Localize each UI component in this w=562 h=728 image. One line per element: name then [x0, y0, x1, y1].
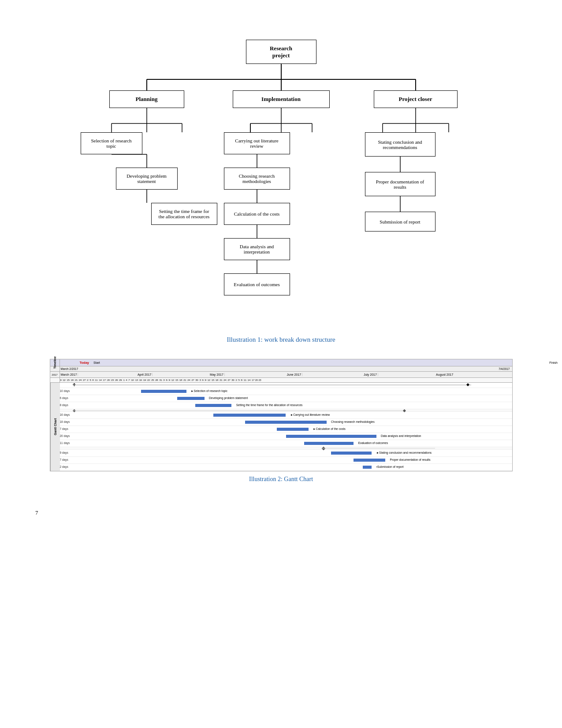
table-row: 7 days Proper documentation of results	[60, 457, 512, 464]
gantt-header-content: Today Start Finish	[60, 361, 512, 365]
table-row: 9 days ►Stating conclusion and recommend…	[60, 450, 512, 457]
table-row: 11 days Evaluation of outcomes	[60, 440, 512, 447]
gantt-bar	[331, 452, 372, 455]
month-july: July 2017	[363, 373, 378, 376]
wbs-l1-closer: Project closer	[374, 90, 458, 108]
wbs-closer-child-1: Stating conclusion and recommendations	[365, 132, 435, 157]
table-row: 6 days Developing problem statement	[60, 395, 512, 402]
table-row: 8 days Setting the time frame for the al…	[60, 402, 512, 409]
table-row: 16 days ►Carrying out literature review	[60, 412, 512, 419]
wbs-impl-child-2: Choosing research methodologies	[224, 168, 290, 190]
table-row: 10 days ►Selection of research topic	[60, 388, 512, 395]
wbs-planning-child-2: Developing problem statement	[116, 168, 178, 190]
start-date: March 2/2017	[61, 367, 78, 370]
gantt-bar	[354, 459, 385, 462]
finish-label: Finish	[549, 361, 558, 364]
table-row: 2 days ▪Submission of report	[60, 464, 512, 471]
wbs-planning-child-1: Selection of research topic	[81, 132, 142, 154]
gantt-rows: 10 days ►Selection of research topic 6 d…	[60, 383, 512, 471]
wbs-impl-child-1: Carrying out literature review	[224, 132, 290, 154]
gantt-bar	[277, 428, 309, 431]
gantt-body: Gantt Chart 10 days ►S	[50, 383, 512, 471]
table-row	[60, 383, 512, 388]
gantt-corner: Timeline	[50, 359, 60, 366]
gantt-bar	[304, 442, 354, 445]
month-april: April 2017	[137, 373, 153, 376]
wbs-l1-implementation: Implementation	[233, 90, 330, 108]
gantt-bar	[286, 435, 376, 438]
page-number: 7	[35, 509, 527, 516]
gantt-caption: Illustration 2: Gantt Chart	[39, 476, 524, 483]
month-march: March 2017	[60, 373, 78, 376]
wbs-root-node: Research project	[246, 40, 316, 64]
gantt-bar	[141, 390, 186, 393]
wbs-planning-child-3: Setting the time frame for the allocatio…	[151, 203, 217, 225]
start-label: Start	[93, 361, 100, 364]
wbs-caption: Illustration 1: work break down structur…	[227, 336, 335, 343]
wbs-impl-child-5: Evaluation of outcomes	[224, 273, 290, 295]
wbs-closer-child-2: Proper documentation of results	[365, 172, 435, 196]
month-june: June 2017	[286, 373, 303, 376]
gantt-bar	[363, 466, 372, 469]
table-row: 7 days ►Calculation of the costs	[60, 426, 512, 433]
gantt-bar	[195, 404, 231, 407]
month-may: May 2017	[209, 373, 225, 376]
table-row: 20 days Data analysis and interpretation	[60, 433, 512, 440]
gantt-sidebar-label: Gantt Chart	[50, 383, 60, 471]
gantt-bar	[213, 414, 286, 417]
gantt-bar	[245, 421, 327, 424]
today-marker: Today	[80, 361, 89, 365]
gantt-chart: Timeline Today Start Finish March 2/2017…	[50, 359, 513, 471]
wbs-impl-child-4: Data analysis and interpretation	[224, 238, 290, 260]
month-august: August 2017	[435, 373, 454, 376]
finish-date: 7/4/2017	[499, 367, 510, 370]
gantt-bar	[177, 397, 205, 400]
wbs-l1-planning: Planning	[109, 90, 184, 108]
wbs-closer-child-3: Submission of report	[365, 212, 435, 231]
wbs-impl-child-3: Calculation of the costs	[224, 203, 290, 225]
table-row: 18 days Choosing research methodologies	[60, 419, 512, 426]
